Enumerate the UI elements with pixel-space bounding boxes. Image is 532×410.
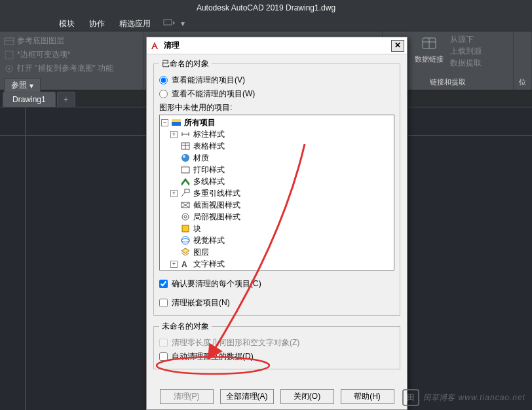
textstyle-icon: A	[180, 259, 191, 269]
tree-root-label[interactable]: 所有项目	[183, 117, 216, 128]
watermark-url: www.tiancao.net	[459, 393, 525, 402]
purge-dialog: 清理 ✕ 已命名的对象 查看能清理的项目(V) 查看不能清理的项目(W) 图形中…	[146, 37, 408, 410]
material-icon	[180, 153, 191, 163]
checkbox-zero-length: 清理零长度几何图形和空文字对象(Z)	[159, 336, 394, 350]
checkbox-nested-input[interactable]	[159, 299, 168, 307]
checkbox-orphan-data-input[interactable]	[159, 352, 168, 361]
svg-point-5	[9, 67, 10, 69]
chevron-down-icon: ▾	[29, 81, 33, 90]
group-unnamed-legend: 未命名的对象	[159, 321, 212, 332]
ribbon-tab-strip: 模块 协作 精选应用 ▾	[0, 16, 532, 31]
svg-rect-28	[182, 225, 189, 232]
group-named-objects: 已命名的对象 查看能清理的项目(V) 查看不能清理的项目(W) 图形中未使用的项…	[153, 58, 400, 316]
autocad-app-icon	[149, 41, 160, 51]
svg-point-30	[181, 239, 189, 242]
dimstyle-icon	[180, 129, 191, 140]
checkbox-nested[interactable]: 清理嵌套项目(N)	[159, 296, 394, 310]
document-tab-add[interactable]: +	[57, 92, 75, 107]
ribbon-tab-featured[interactable]: 精选应用	[113, 16, 157, 31]
radio-view-unpurgeable-input[interactable]	[159, 90, 168, 98]
close-button[interactable]: 关闭(O)	[280, 389, 334, 404]
app-title: Autodesk AutoCAD 2019 Drawing1.dwg	[197, 3, 335, 12]
tree-expand-icon[interactable]: +	[170, 131, 178, 138]
tree-label: 图形中未使用的项目:	[159, 102, 394, 113]
svg-rect-11	[172, 119, 181, 122]
ribbon-item-frame-option[interactable]: *边框可变选项*	[4, 48, 140, 62]
mleaderstyle-icon	[180, 188, 191, 198]
svg-rect-20	[181, 167, 189, 173]
dialog-titlebar[interactable]: 清理 ✕	[147, 37, 407, 54]
dialog-button-row: 清理(P) 全部清理(A) 关闭(O) 帮助(H)	[147, 384, 407, 409]
svg-rect-0	[164, 20, 172, 25]
ribbon-item-from-source[interactable]: 从源下	[450, 34, 482, 45]
svg-point-29	[181, 236, 189, 244]
crosshair-vertical	[25, 107, 26, 410]
radio-view-unpurgeable[interactable]: 查看不能清理的项目(W)	[159, 87, 394, 101]
tree-collapse-icon[interactable]: −	[161, 119, 168, 126]
tablestyle-icon	[180, 141, 191, 151]
ribbon-item-extract[interactable]: 数据提取	[450, 58, 482, 69]
svg-rect-21	[183, 166, 188, 168]
group-unnamed-objects: 未命名的对象 清理零长度几何图形和空文字对象(Z) 自动清理孤立的数据(D)	[153, 321, 400, 369]
purge-tree[interactable]: − 所有项目 +标注样式 表格样式 材质 打印样式 多线样式 +多重引线样式 截…	[159, 115, 394, 270]
ribbon-panel-reference-expand[interactable]: 参照 ▾	[4, 78, 41, 93]
mline-icon	[180, 176, 191, 187]
ribbon-panel-reference: 参考底图图层 *边框可变选项* 打开 "捕捉到参考底图" 功能 参照 ▾	[0, 31, 144, 90]
tree-expand-icon[interactable]: +	[170, 261, 178, 268]
ribbon-item-snap-underlay[interactable]: 打开 "捕捉到参考底图" 功能	[4, 62, 140, 75]
svg-point-18	[181, 154, 189, 162]
svg-text:A: A	[181, 260, 187, 269]
tree-expand-icon[interactable]: +	[170, 190, 178, 197]
radio-view-purgeable-input[interactable]	[159, 76, 168, 84]
dialog-close-button[interactable]: ✕	[391, 40, 404, 52]
dialog-title: 清理	[164, 40, 391, 51]
document-tab-active[interactable]: Drawing1	[3, 92, 56, 107]
dialog-body: 已命名的对象 查看能清理的项目(V) 查看不能清理的项目(W) 图形中未使用的项…	[147, 54, 407, 384]
ribbon-item-upload-source[interactable]: 上载到源	[450, 46, 482, 57]
layer-icon	[180, 247, 191, 257]
ribbon-overflow-icon[interactable]	[162, 18, 176, 28]
watermark-cn: 田草博客	[423, 392, 455, 403]
plotstyle-icon	[180, 164, 191, 175]
ribbon-tab-module[interactable]: 模块	[52, 16, 81, 31]
purge-button[interactable]: 清理(P)	[160, 389, 214, 404]
svg-point-27	[184, 215, 187, 218]
ribbon-panel-extra: 位	[514, 31, 532, 90]
watermark: 田 田草博客 www.tiancao.net	[402, 389, 525, 406]
checkbox-confirm-each-input[interactable]	[159, 280, 168, 288]
checkbox-confirm-each[interactable]: 确认要清理的每个项目(C)	[159, 277, 394, 291]
watermark-logo: 田	[402, 389, 419, 406]
tree-root-icon	[171, 117, 181, 128]
ribbon-item-underlay-layer[interactable]: 参考底图图层	[4, 34, 140, 48]
svg-rect-3	[5, 51, 13, 59]
ribbon-dropdown-icon[interactable]: ▾	[181, 19, 185, 28]
ribbon-tab-collab[interactable]: 协作	[83, 16, 111, 31]
visualstyle-icon	[180, 235, 191, 246]
app-titlebar: Autodesk AutoCAD 2019 Drawing1.dwg	[0, 0, 532, 16]
group-named-legend: 已命名的对象	[159, 58, 212, 69]
ribbon-btn-datalink[interactable]: 数据链接	[415, 34, 444, 69]
purge-all-button[interactable]: 全部清理(A)	[220, 389, 274, 404]
radio-view-purgeable[interactable]: 查看能清理的项目(V)	[159, 73, 394, 87]
block-icon	[180, 223, 191, 234]
checkbox-zero-length-input	[159, 339, 168, 347]
svg-point-19	[183, 155, 185, 158]
detailview-icon	[180, 212, 191, 222]
sectionview-icon	[180, 200, 191, 210]
svg-point-26	[182, 214, 189, 220]
help-button[interactable]: 帮助(H)	[341, 389, 394, 404]
svg-rect-1	[5, 38, 14, 45]
checkbox-orphan-data[interactable]: 自动清理孤立的数据(D)	[159, 350, 394, 363]
